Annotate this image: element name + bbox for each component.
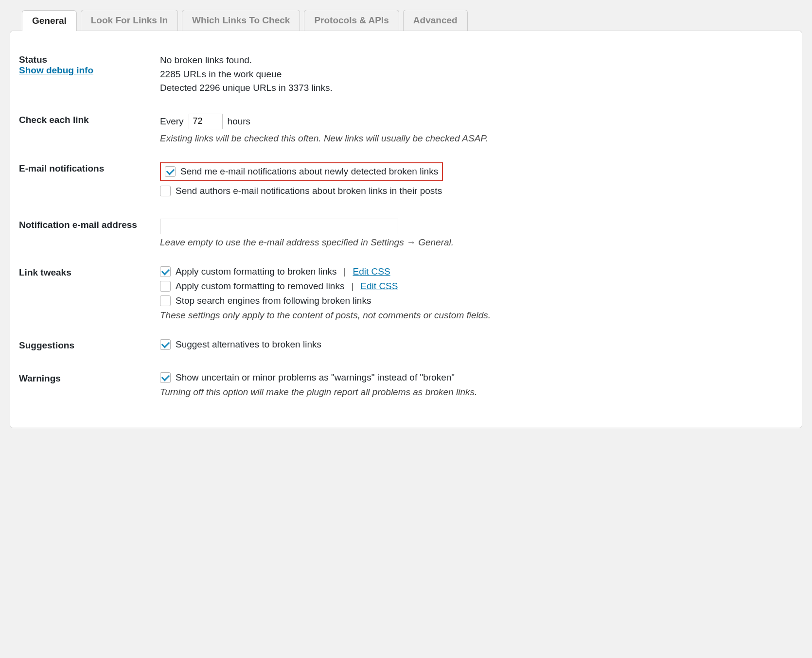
tab-advanced[interactable]: Advanced bbox=[403, 10, 468, 31]
settings-panel: Status Show debug info No broken links f… bbox=[10, 31, 802, 428]
format-broken-checkbox[interactable] bbox=[160, 266, 171, 277]
notification-email-input[interactable] bbox=[160, 219, 398, 234]
nofollow-broken-checkbox[interactable] bbox=[160, 295, 171, 306]
status-line-3: Detected 2296 unique URLs in 3373 links. bbox=[160, 81, 788, 95]
warnings-desc: Turning off this option will make the pl… bbox=[160, 387, 788, 398]
show-warnings-label: Show uncertain or minor problems as "war… bbox=[176, 372, 455, 383]
status-line-2: 2285 URLs in the work queue bbox=[160, 68, 788, 82]
check-interval-input[interactable] bbox=[189, 114, 223, 129]
notification-email-desc: Leave empty to use the e-mail address sp… bbox=[160, 237, 788, 248]
link-tweaks-label: Link tweaks bbox=[19, 259, 160, 331]
email-notif-authors-checkbox[interactable] bbox=[160, 186, 171, 196]
tab-protocols-apis[interactable]: Protocols & APIs bbox=[304, 10, 399, 31]
check-each-link-label: Check each link bbox=[19, 106, 160, 155]
suggest-alternatives-label: Suggest alternatives to broken links bbox=[176, 339, 321, 350]
show-warnings-checkbox[interactable] bbox=[160, 372, 171, 383]
status-label: Status bbox=[19, 54, 155, 65]
warnings-label: Warnings bbox=[19, 364, 160, 408]
tab-which-links-to-check[interactable]: Which Links To Check bbox=[182, 10, 300, 31]
link-tweaks-desc: These settings only apply to the content… bbox=[160, 310, 788, 321]
format-removed-checkbox[interactable] bbox=[160, 281, 171, 292]
suggest-alternatives-checkbox[interactable] bbox=[160, 339, 171, 350]
status-line-1: No broken links found. bbox=[160, 53, 788, 68]
show-debug-info-link[interactable]: Show debug info bbox=[19, 65, 93, 75]
email-notif-me-label: Send me e-mail notifications about newly… bbox=[180, 166, 438, 177]
status-text: No broken links found. 2285 URLs in the … bbox=[160, 53, 788, 95]
edit-css-broken-link[interactable]: Edit CSS bbox=[353, 266, 390, 277]
format-broken-label: Apply custom formatting to broken links bbox=[176, 266, 337, 277]
check-each-suffix: hours bbox=[228, 116, 251, 127]
edit-css-removed-link[interactable]: Edit CSS bbox=[360, 281, 398, 292]
tab-general[interactable]: General bbox=[22, 10, 77, 31]
email-notif-highlight: Send me e-mail notifications about newly… bbox=[160, 162, 443, 181]
email-notif-authors-label: Send authors e-mail notifications about … bbox=[176, 186, 442, 196]
email-notif-me-checkbox[interactable] bbox=[165, 166, 176, 177]
suggestions-label: Suggestions bbox=[19, 331, 160, 364]
tabs-bar: General Look For Links In Which Links To… bbox=[22, 10, 802, 31]
format-removed-label: Apply custom formatting to removed links bbox=[176, 281, 344, 292]
email-notifications-label: E-mail notifications bbox=[19, 155, 160, 211]
check-each-prefix: Every bbox=[160, 116, 184, 127]
nofollow-broken-label: Stop search engines from following broke… bbox=[176, 295, 371, 306]
tab-look-for-links-in[interactable]: Look For Links In bbox=[81, 10, 178, 31]
check-each-desc: Existing links will be checked this ofte… bbox=[160, 133, 788, 144]
notification-email-label: Notification e-mail address bbox=[19, 211, 160, 259]
